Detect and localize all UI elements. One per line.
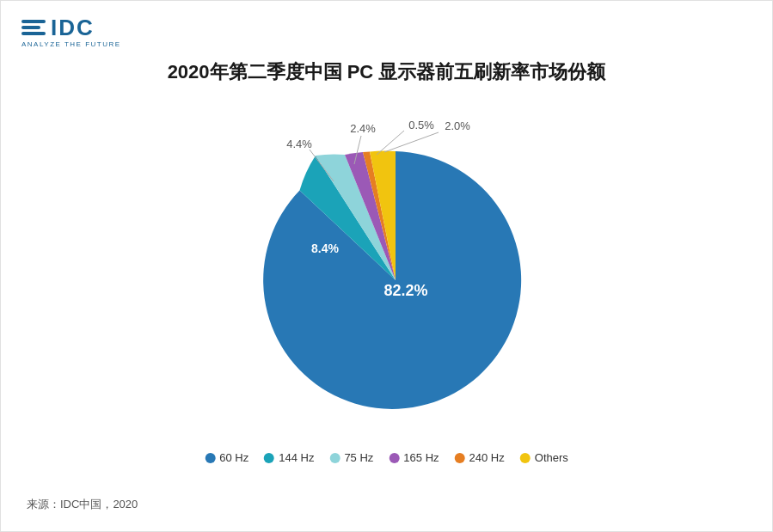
- legend-dot-60hz: [205, 453, 215, 463]
- legend-item-165hz: 165 Hz: [389, 451, 439, 464]
- legend-dot-75hz: [329, 453, 340, 463]
- legend-dot-others: [520, 453, 531, 463]
- page: IDC ANALYZE THE FUTURE 2020年第二季度中国 PC 显示…: [0, 0, 773, 532]
- legend-item-75hz: 75 Hz: [329, 451, 373, 464]
- legend-item-144hz: 144 Hz: [264, 451, 314, 464]
- logo-line-3: [21, 32, 46, 35]
- logo-icon: IDC: [21, 16, 95, 39]
- logo-text: IDC: [51, 16, 95, 39]
- legend-item-others: Others: [520, 451, 568, 464]
- logo-area: IDC ANALYZE THE FUTURE: [21, 16, 121, 48]
- label-165hz: 2.4%: [350, 122, 376, 135]
- pie-chart: 82.2% 8.4% 4.4% 2.4% 0.5% 2.0%: [172, 95, 602, 422]
- legend-item-60hz: 60 Hz: [205, 451, 248, 464]
- logo-lines: [21, 20, 46, 35]
- legend-dot-240hz: [455, 453, 465, 463]
- legend-label-others: Others: [535, 451, 568, 464]
- legend-label-60hz: 60 Hz: [219, 451, 248, 464]
- legend-label-144hz: 144 Hz: [279, 451, 314, 464]
- legend-dot-144hz: [264, 453, 274, 463]
- legend-label-165hz: 165 Hz: [403, 451, 439, 464]
- legend: 60 Hz 144 Hz 75 Hz 165 Hz 240 Hz Others: [205, 451, 568, 464]
- chart-container: 82.2% 8.4% 4.4% 2.4% 0.5% 2.0%: [172, 95, 602, 422]
- label-144hz: 8.4%: [311, 242, 339, 255]
- legend-label-75hz: 75 Hz: [344, 451, 373, 464]
- line-others: [384, 132, 439, 152]
- chart-title: 2020年第二季度中国 PC 显示器前五刷新率市场份额: [1, 59, 772, 85]
- legend-dot-165hz: [389, 453, 399, 463]
- label-60hz: 82.2%: [383, 282, 427, 299]
- label-240hz: 0.5%: [408, 119, 434, 131]
- label-others: 2.0%: [445, 119, 470, 132]
- legend-item-240hz: 240 Hz: [455, 451, 505, 464]
- source-text: 来源：IDC中国，2020: [27, 497, 138, 512]
- logo-tagline: ANALYZE THE FUTURE: [21, 40, 121, 48]
- logo-line-2: [21, 26, 40, 29]
- label-75hz: 4.4%: [286, 138, 312, 150]
- legend-label-240hz: 240 Hz: [469, 451, 505, 464]
- logo-line-1: [21, 20, 46, 23]
